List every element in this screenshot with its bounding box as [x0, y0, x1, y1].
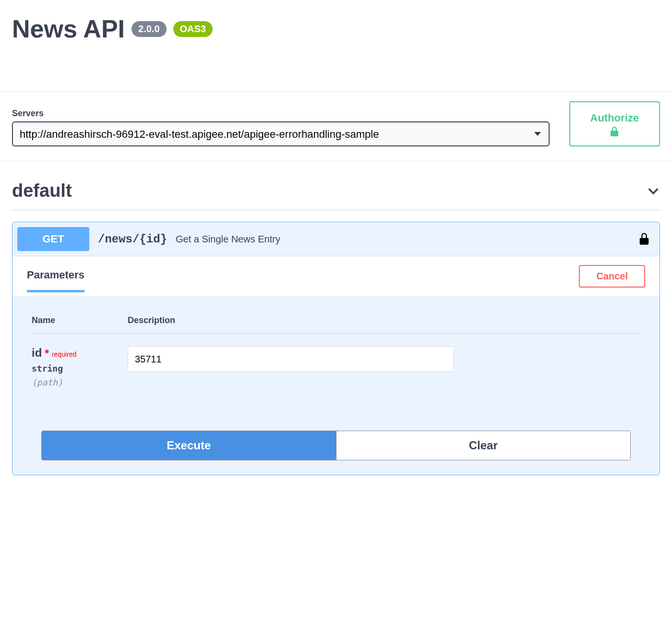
- operation-block: GET /news/{id} Get a Single News Entry P…: [12, 222, 660, 475]
- operation-description: Get a Single News Entry: [176, 234, 280, 245]
- cancel-button[interactable]: Cancel: [579, 265, 645, 288]
- action-row: Execute Clear: [41, 431, 631, 460]
- operation-path: /news/{id}: [98, 233, 167, 246]
- execute-button[interactable]: Execute: [42, 431, 336, 460]
- api-title: News API: [12, 14, 125, 43]
- tag-header[interactable]: default: [12, 181, 660, 210]
- servers-column: Servers http://andreashirsch-96912-eval-…: [12, 108, 550, 146]
- servers-label: Servers: [12, 108, 550, 119]
- parameters-header: Parameters Cancel: [12, 256, 660, 296]
- parameter-name-line: id * required: [32, 346, 76, 360]
- tag-name: default: [12, 181, 72, 201]
- parameter-input[interactable]: [128, 346, 454, 372]
- servers-bar: Servers http://andreashirsch-96912-eval-…: [0, 91, 672, 161]
- lock-icon[interactable]: [638, 232, 650, 246]
- tag-section: default: [0, 161, 672, 215]
- parameter-name: id: [32, 346, 42, 360]
- title-row: News API 2.0.0 OAS3: [12, 14, 660, 43]
- api-info-section: News API 2.0.0 OAS3: [0, 0, 672, 91]
- chevron-down-icon: [647, 184, 660, 198]
- parameters-tab[interactable]: Parameters: [27, 269, 84, 292]
- parameter-in: (path): [32, 377, 128, 387]
- http-method-badge: GET: [17, 227, 89, 251]
- version-badge: 2.0.0: [132, 21, 166, 37]
- parameter-type: string: [32, 363, 128, 373]
- param-columns-header: Name Description: [32, 315, 640, 334]
- server-select[interactable]: http://andreashirsch-96912-eval-test.api…: [12, 121, 550, 146]
- required-text: required: [52, 350, 76, 358]
- authorize-label: Authorize: [590, 112, 639, 124]
- column-name-header: Name: [32, 315, 128, 325]
- server-select-wrap: http://andreashirsch-96912-eval-test.api…: [12, 121, 550, 146]
- required-star: *: [45, 347, 49, 360]
- oas-badge: OAS3: [173, 21, 213, 37]
- parameters-body: Name Description id * required string (p…: [12, 296, 660, 475]
- lock-icon: [610, 126, 619, 137]
- parameter-input-cell: [128, 346, 640, 372]
- operation-summary[interactable]: GET /news/{id} Get a Single News Entry: [12, 222, 660, 256]
- authorize-button[interactable]: Authorize: [569, 101, 660, 146]
- column-description-header: Description: [128, 315, 640, 325]
- parameter-meta: id * required string (path): [32, 346, 128, 387]
- parameter-row: id * required string (path): [32, 334, 640, 387]
- clear-button[interactable]: Clear: [336, 431, 631, 460]
